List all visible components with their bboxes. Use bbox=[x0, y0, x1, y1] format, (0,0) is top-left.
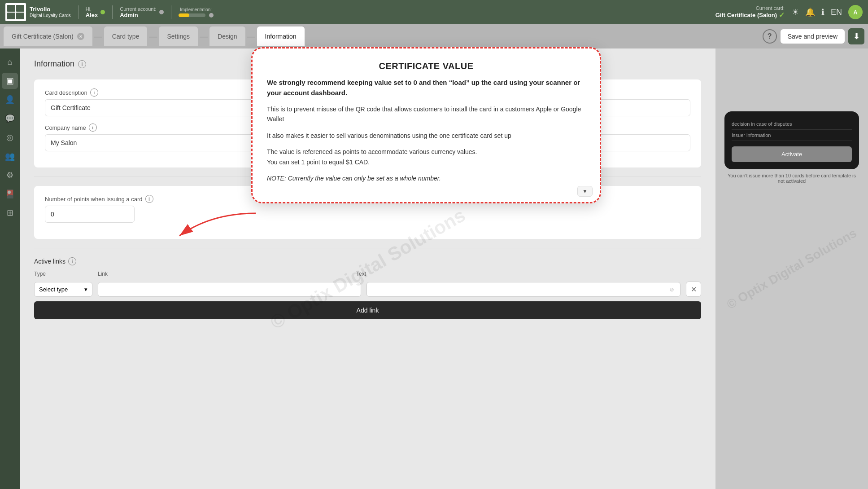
links-info-icon[interactable]: i bbox=[68, 257, 76, 265]
tab-gift-certificate[interactable]: Gift Certificate (Salon) ✕ bbox=[4, 26, 92, 46]
active-links-title: Active links i bbox=[34, 257, 701, 265]
sidebar-item-messages[interactable]: 💬 bbox=[2, 110, 18, 127]
implementation-progress-fill bbox=[179, 13, 189, 17]
tooltip-note: NOTE: Currently the value can only be se… bbox=[267, 173, 585, 183]
company-info-icon[interactable]: i bbox=[89, 123, 97, 132]
impl-status-dot bbox=[209, 13, 214, 18]
nav-icons: ☀ 🔔 ℹ EN A bbox=[792, 5, 863, 19]
tab-close-btn[interactable]: ✕ bbox=[77, 33, 84, 40]
section-info-icon[interactable]: i bbox=[78, 60, 86, 68]
sidebar-item-people[interactable]: 👤 bbox=[2, 92, 18, 108]
tab-sep-2: — bbox=[147, 32, 159, 41]
tooltip-scroll-button[interactable]: ▼ bbox=[577, 186, 593, 197]
nav-account: Current account: Admin bbox=[120, 6, 163, 18]
add-link-button[interactable]: Add link bbox=[34, 301, 701, 319]
top-nav: Trivolio Digital Loyalty Cards Hi, Alex … bbox=[0, 0, 868, 24]
implementation-progress-bar bbox=[179, 13, 205, 17]
language-icon[interactable]: EN bbox=[831, 8, 842, 17]
sidebar-item-location[interactable]: ◎ bbox=[2, 129, 18, 145]
link-row: Select type ▾ ☺ ✕ bbox=[34, 282, 701, 297]
tab-design[interactable]: Design bbox=[209, 26, 245, 46]
card-preview-item-1: decision in case of disputes bbox=[732, 119, 852, 130]
link-delete-button[interactable]: ✕ bbox=[686, 282, 701, 297]
link-url-input[interactable] bbox=[98, 282, 361, 297]
sidebar-item-home[interactable]: ⌂ bbox=[2, 54, 18, 70]
sidebar-item-loyalty[interactable]: 🎴 bbox=[2, 186, 18, 202]
chevron-down-icon: ▾ bbox=[84, 286, 87, 293]
links-column-headers: Type Link Text bbox=[34, 271, 701, 279]
active-links-section: Active links i Type Link Text bbox=[34, 257, 701, 319]
sidebar-item-table[interactable]: ⊞ bbox=[2, 205, 18, 221]
tab-sep-3: — bbox=[198, 32, 209, 41]
nav-divider-2 bbox=[112, 5, 113, 19]
logo-box bbox=[5, 3, 26, 21]
points-info-icon[interactable]: i bbox=[145, 195, 153, 203]
link-col-label: Link bbox=[98, 271, 351, 277]
current-card-check-icon: ✓ bbox=[779, 11, 785, 19]
sidebar-item-card[interactable]: ▣ bbox=[2, 73, 18, 89]
tab-sep-4: — bbox=[245, 32, 257, 41]
sidebar: ⌂ ▣ 👤 💬 ◎ 👥 ⚙ 🎴 ⊞ bbox=[0, 48, 20, 489]
card-preview-item-2: Issuer information bbox=[732, 130, 852, 141]
nav-divider-1 bbox=[78, 5, 79, 19]
tab-sep-1: — bbox=[92, 32, 104, 41]
cant-issue-text: You can't issue more than 10 cards befor… bbox=[724, 173, 859, 184]
avatar[interactable]: A bbox=[848, 5, 863, 19]
tooltip-para2: It also makes it easier to sell various … bbox=[267, 131, 585, 141]
tab-information[interactable]: Information bbox=[257, 26, 305, 46]
text-col-label: Text bbox=[356, 271, 660, 277]
emoji-icon[interactable]: ☺ bbox=[669, 286, 675, 293]
download-button[interactable]: ⬇ bbox=[848, 28, 864, 44]
divider-2 bbox=[34, 248, 701, 248]
info-icon[interactable]: ℹ bbox=[821, 7, 824, 17]
brightness-icon[interactable]: ☀ bbox=[792, 7, 799, 17]
nav-divider-3 bbox=[171, 5, 171, 19]
save-preview-button[interactable]: Save and preview bbox=[781, 29, 845, 44]
certificate-value-tooltip: CERTIFICATE VALUE We strongly recommend … bbox=[251, 47, 601, 203]
link-type-select[interactable]: Select type ▾ bbox=[34, 282, 92, 297]
user-status-dot bbox=[100, 10, 105, 14]
sidebar-item-settings[interactable]: ⚙ bbox=[2, 167, 18, 183]
right-watermark: © Optix Digital Solutions bbox=[724, 225, 859, 312]
tooltip-para1: This is to prevent misuse of the QR code… bbox=[267, 104, 585, 124]
current-card-info: Current card: Gift Certificate (Salon) ✓ bbox=[715, 5, 785, 19]
tab-actions: ? Save and preview ⬇ bbox=[763, 28, 864, 44]
activate-button[interactable]: Activate bbox=[732, 146, 852, 162]
right-panel: © Optix Digital Solutions decision in ca… bbox=[715, 48, 868, 489]
link-text-field[interactable] bbox=[372, 286, 668, 293]
tab-settings[interactable]: Settings bbox=[159, 26, 198, 46]
tooltip-bold-text: We strongly recommend keeping value set … bbox=[267, 78, 585, 98]
type-col-label: Type bbox=[34, 271, 92, 277]
nav-user: Hi, Alex bbox=[86, 6, 105, 18]
points-input[interactable] bbox=[45, 206, 135, 223]
account-status-dot bbox=[159, 10, 164, 14]
notification-icon[interactable]: 🔔 bbox=[805, 7, 815, 17]
tooltip-title: CERTIFICATE VALUE bbox=[267, 61, 585, 71]
link-text-input[interactable]: ☺ bbox=[366, 282, 680, 297]
tab-bar: Gift Certificate (Salon) ✕ — Card type —… bbox=[0, 24, 868, 48]
help-button[interactable]: ? bbox=[763, 29, 777, 44]
logo-area: Trivolio Digital Loyalty Cards bbox=[5, 3, 71, 21]
logo-text: Trivolio Digital Loyalty Cards bbox=[30, 6, 71, 18]
card-desc-info-icon[interactable]: i bbox=[90, 88, 98, 97]
card-preview: decision in case of disputes Issuer info… bbox=[724, 111, 859, 169]
tab-card-type[interactable]: Card type bbox=[104, 26, 148, 46]
sidebar-item-users[interactable]: 👥 bbox=[2, 148, 18, 164]
tooltip-para3: The value is referenced as points to acc… bbox=[267, 147, 585, 167]
nav-implementation: Implementation: bbox=[179, 7, 214, 18]
